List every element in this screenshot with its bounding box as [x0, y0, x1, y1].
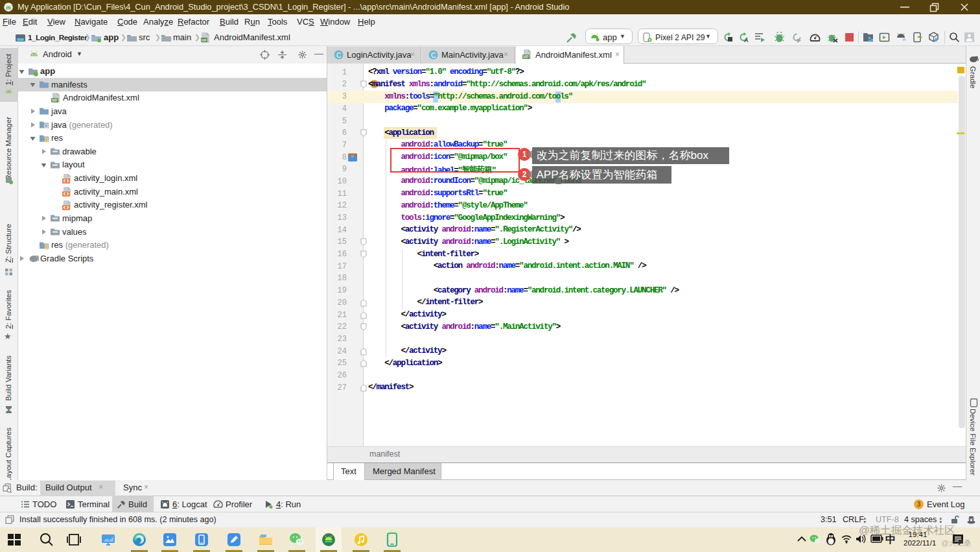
svg-text:MF: MF [52, 98, 58, 102]
svg-text:C: C [431, 52, 436, 59]
svg-text:MF: MF [202, 38, 207, 42]
svg-text:C: C [336, 52, 341, 59]
svg-text:MF: MF [523, 54, 529, 59]
svg-text:A: A [744, 37, 749, 43]
